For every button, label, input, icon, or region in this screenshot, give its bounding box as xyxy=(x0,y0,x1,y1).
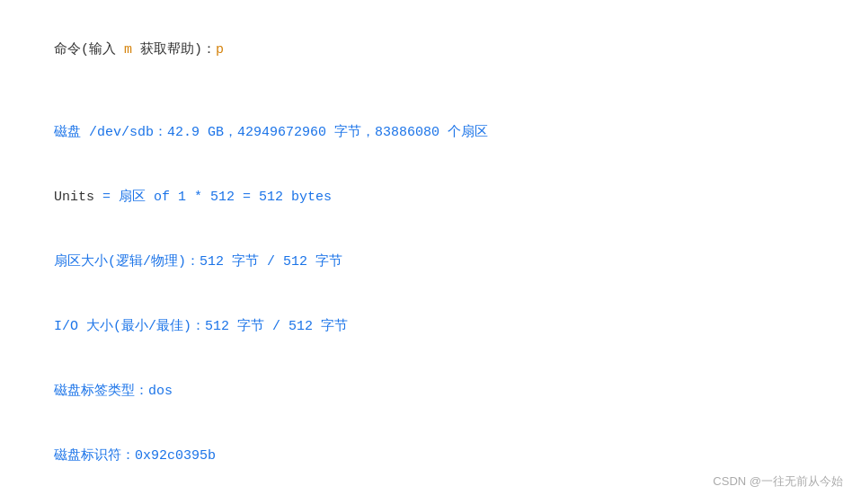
disk-label-line: 磁盘标签类型：dos xyxy=(22,359,839,424)
watermark-text: CSDN @一往无前从今始 xyxy=(713,474,843,488)
disk-label-text: 磁盘标签类型：dos xyxy=(54,384,173,399)
sector-size-line: 扇区大小(逻辑/物理)：512 字节 / 512 字节 xyxy=(22,230,839,295)
io-size-text: I/O 大小(最小/最佳)：512 字节 / 512 字节 xyxy=(54,319,348,334)
disk-info-line: 磁盘 /dev/sdb：42.9 GB，42949672960 字节，83886… xyxy=(22,101,839,165)
units-line: Units = 扇区 of 1 * 512 = 512 bytes xyxy=(22,165,839,230)
disk-info-text: 磁盘 /dev/sdb：42.9 GB，42949672960 字节，83886… xyxy=(54,125,488,140)
prompt-m-1: m xyxy=(124,42,132,57)
prompt-text-1b: 获取帮助)： xyxy=(132,42,216,57)
terminal-container: 命令(输入 m 获取帮助)：p 磁盘 /dev/sdb：42.9 GB，4294… xyxy=(0,0,861,504)
prompt-cmd-1: p xyxy=(216,42,224,57)
empty-line-2 xyxy=(22,489,839,504)
disk-id-text: 磁盘标识符：0x92c0395b xyxy=(54,448,216,464)
command-line-1: 命令(输入 m 获取帮助)：p xyxy=(22,18,839,83)
sector-size-text: 扇区大小(逻辑/物理)：512 字节 / 512 字节 xyxy=(54,254,342,270)
prompt-text-1: 命令(输入 xyxy=(54,42,124,57)
units-label: Units xyxy=(54,190,94,205)
watermark: CSDN @一往无前从今始 xyxy=(713,473,843,490)
empty-line-1 xyxy=(22,83,839,101)
units-value: = 扇区 of 1 * 512 = 512 bytes xyxy=(94,190,332,205)
io-size-line: I/O 大小(最小/最佳)：512 字节 / 512 字节 xyxy=(22,295,839,359)
